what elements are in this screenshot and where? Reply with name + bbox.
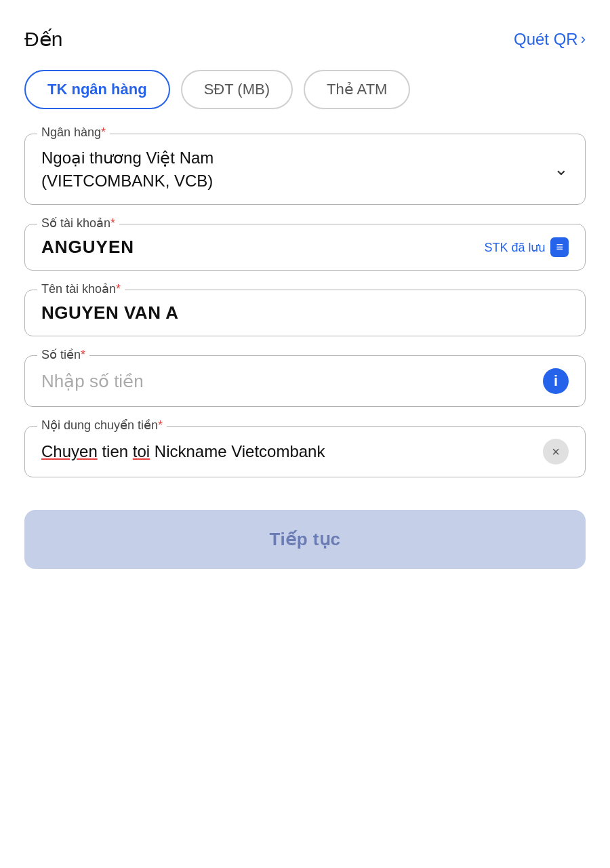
account-number-value[interactable]: ANGUYEN [41,237,134,258]
account-number-field: Số tài khoản* ANGUYEN STK đã lưu ≡ [24,224,586,271]
account-name-label: Tên tài khoản* [37,281,125,296]
account-number-label: Số tài khoản* [37,216,119,231]
stk-icon: ≡ [550,237,569,257]
bank-field-label: Ngân hàng* [37,125,110,140]
bank-chevron-down-icon: ⌄ [554,159,569,180]
bank-field: Ngân hàng* Ngoại thương Việt Nam (VIETCO… [24,134,586,205]
content-word-toi: toi [133,442,150,460]
content-space-1: tien [98,442,133,460]
account-name-value: NGUYEN VAN A [41,302,178,323]
amount-field: Số tiền* Nhập số tiền i [24,355,586,407]
den-label: Đến [24,27,62,51]
qr-button[interactable]: Quét QR › [514,30,586,49]
header-row: Đến Quét QR › [24,27,586,51]
account-name-field: Tên tài khoản* NGUYEN VAN A [24,290,586,336]
content-rest: Nickname Vietcombank [150,442,325,460]
continue-button[interactable]: Tiếp tục [24,510,586,569]
stk-saved-label: STK đã lưu [484,240,545,255]
account-number-row: ANGUYEN STK đã lưu ≡ [41,237,569,258]
content-text[interactable]: Chuyen tien toi Nickname Vietcombank [41,442,535,461]
tab-sdt-mb[interactable]: SĐT (MB) [181,70,293,109]
stk-saved-button[interactable]: STK đã lưu ≡ [484,237,569,257]
content-row: Chuyen tien toi Nickname Vietcombank × [41,439,569,465]
bank-value: Ngoại thương Việt Nam (VIETCOMBANK, VCB) [41,146,214,192]
tab-row: TK ngân hàng SĐT (MB) Thẻ ATM [24,70,586,109]
amount-placeholder[interactable]: Nhập số tiền [41,371,144,392]
content-field: Nội dung chuyển tiền* Chuyen tien toi Ni… [24,426,586,477]
qr-label: Quét QR [514,30,578,49]
amount-info-icon[interactable]: i [543,368,569,394]
bank-selector[interactable]: Ngoại thương Việt Nam (VIETCOMBANK, VCB)… [41,146,569,192]
amount-label: Số tiền* [37,347,89,362]
tab-tk-ngan-hang[interactable]: TK ngân hàng [24,70,170,109]
content-clear-button[interactable]: × [543,439,569,465]
qr-chevron-icon: › [581,31,586,48]
content-word-chuyen: Chuyen [41,442,98,460]
amount-row: Nhập số tiền i [41,368,569,394]
content-label: Nội dung chuyển tiền* [37,418,167,433]
tab-the-atm[interactable]: Thẻ ATM [304,70,410,109]
